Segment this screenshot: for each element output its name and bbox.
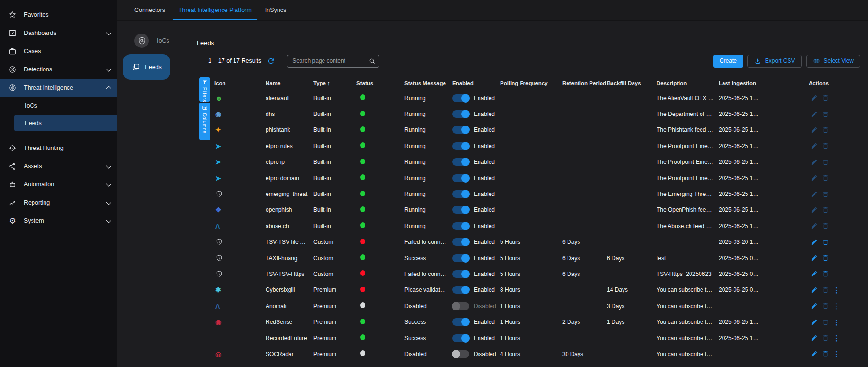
tab-threat-intelligence-platform[interactable]: Threat Intelligence Platform bbox=[172, 0, 258, 20]
column-header-actions[interactable]: Actions bbox=[809, 80, 861, 86]
enabled-cell: Disabled bbox=[452, 302, 500, 310]
delete-icon[interactable] bbox=[822, 302, 829, 310]
edit-icon[interactable] bbox=[811, 319, 818, 326]
delete-icon[interactable] bbox=[822, 191, 829, 198]
edit-icon[interactable] bbox=[811, 159, 818, 166]
edit-icon[interactable] bbox=[811, 191, 818, 198]
edit-icon[interactable] bbox=[811, 206, 818, 214]
edit-icon[interactable] bbox=[811, 350, 818, 357]
enabled-toggle[interactable] bbox=[452, 174, 469, 182]
column-header-last-ingestion[interactable]: Last Ingestion bbox=[719, 80, 809, 86]
enabled-toggle[interactable] bbox=[452, 350, 469, 358]
more-options-icon[interactable]: ⋮ bbox=[833, 334, 840, 342]
enabled-toggle[interactable] bbox=[452, 286, 469, 294]
enabled-toggle[interactable] bbox=[452, 334, 469, 342]
edit-icon[interactable] bbox=[811, 302, 818, 310]
column-header-enabled[interactable]: Enabled bbox=[452, 80, 500, 86]
sidebar-item-iocs[interactable]: IoCs bbox=[0, 97, 117, 115]
column-header-name[interactable]: Name bbox=[266, 80, 313, 86]
column-header-polling-frequency[interactable]: Polling Frequency bbox=[500, 80, 562, 86]
edit-icon[interactable] bbox=[811, 142, 818, 149]
description: The Proofpoint Eme… bbox=[657, 159, 719, 165]
edit-icon[interactable] bbox=[811, 174, 818, 182]
feeds-button[interactable]: Feeds bbox=[123, 54, 170, 80]
more-options-icon[interactable]: ⋮ bbox=[833, 302, 840, 310]
edit-icon[interactable] bbox=[811, 94, 818, 102]
export-csv-button[interactable]: Export CSV bbox=[747, 55, 802, 68]
column-header-icon[interactable]: Icon bbox=[214, 80, 266, 86]
enabled-toggle[interactable] bbox=[452, 110, 469, 118]
enabled-toggle[interactable] bbox=[452, 142, 469, 150]
column-header-status[interactable]: Status bbox=[356, 80, 404, 86]
sidebar-item-cases[interactable]: Cases bbox=[0, 42, 117, 60]
delete-icon[interactable] bbox=[822, 222, 829, 229]
tab-insyncs[interactable]: InSyncs bbox=[258, 0, 293, 20]
status-message: Running bbox=[404, 175, 452, 182]
sidebar-item-threat-intelligence[interactable]: Threat Intelligence bbox=[0, 79, 117, 97]
delete-icon[interactable] bbox=[822, 142, 829, 149]
edit-icon[interactable] bbox=[811, 287, 818, 294]
delete-icon[interactable] bbox=[822, 287, 829, 294]
search-input[interactable] bbox=[291, 57, 368, 65]
iocs-button[interactable]: IoCs bbox=[134, 34, 169, 48]
edit-icon[interactable] bbox=[811, 254, 818, 262]
enabled-toggle[interactable] bbox=[452, 270, 469, 278]
sidebar-item-reporting[interactable]: Reporting bbox=[0, 194, 117, 212]
sidebar-item-system[interactable]: ⚙System bbox=[0, 212, 117, 230]
sidebar-item-threat-hunting[interactable]: Threat Hunting bbox=[0, 139, 117, 157]
edit-icon[interactable] bbox=[811, 270, 818, 277]
sort-ascending-icon: ↑ bbox=[327, 80, 330, 86]
enabled-toggle[interactable] bbox=[452, 238, 469, 246]
sidebar-item-favorites[interactable]: Favorites bbox=[0, 6, 117, 24]
column-header-description[interactable]: Description bbox=[657, 80, 719, 86]
delete-icon[interactable] bbox=[822, 270, 829, 277]
enabled-toggle[interactable] bbox=[452, 222, 469, 230]
column-header-status-message[interactable]: Status Message bbox=[404, 80, 452, 86]
more-options-icon[interactable]: ⋮ bbox=[833, 287, 840, 294]
status-message: Running bbox=[404, 126, 452, 133]
delete-icon[interactable] bbox=[822, 174, 829, 182]
delete-icon[interactable] bbox=[822, 94, 829, 102]
dashboard-icon bbox=[7, 29, 18, 37]
sidebar-item-feeds[interactable]: Feeds bbox=[14, 115, 117, 131]
sidebar-item-automation[interactable]: Automation bbox=[0, 175, 117, 194]
feed-name: emerging_threat bbox=[266, 191, 313, 197]
delete-icon[interactable] bbox=[822, 239, 829, 246]
enabled-toggle[interactable] bbox=[452, 318, 469, 326]
enabled-toggle[interactable] bbox=[452, 254, 469, 262]
delete-icon[interactable] bbox=[822, 126, 829, 134]
column-header-retention-period[interactable]: Retention Period bbox=[562, 80, 607, 86]
sidebar-item-assets[interactable]: Assets bbox=[0, 157, 117, 175]
edit-icon[interactable] bbox=[811, 239, 818, 246]
edit-icon[interactable] bbox=[811, 334, 818, 342]
delete-icon[interactable] bbox=[822, 206, 829, 214]
filters-button[interactable]: Filters bbox=[199, 77, 210, 102]
create-button[interactable]: Create bbox=[713, 55, 743, 68]
delete-icon[interactable] bbox=[822, 159, 829, 166]
enabled-toggle[interactable] bbox=[452, 302, 469, 310]
column-header-backfill-days[interactable]: Backfill Days bbox=[607, 80, 657, 86]
sidebar-item-dashboards[interactable]: Dashboards bbox=[0, 24, 117, 42]
select-view-button[interactable]: Select View bbox=[806, 55, 860, 68]
enabled-toggle[interactable] bbox=[452, 206, 469, 214]
edit-icon[interactable] bbox=[811, 126, 818, 134]
enabled-toggle[interactable] bbox=[452, 190, 469, 198]
delete-icon[interactable] bbox=[822, 350, 829, 357]
column-header-label: Icon bbox=[214, 80, 226, 86]
edit-icon[interactable] bbox=[811, 111, 818, 118]
delete-icon[interactable] bbox=[822, 334, 829, 342]
enabled-toggle[interactable] bbox=[452, 126, 469, 134]
delete-icon[interactable] bbox=[822, 111, 829, 118]
column-header-type[interactable]: Type↑ bbox=[313, 80, 356, 86]
more-options-icon[interactable]: ⋮ bbox=[833, 319, 840, 326]
delete-icon[interactable] bbox=[822, 319, 829, 326]
columns-button[interactable]: Columns bbox=[199, 103, 210, 140]
delete-icon[interactable] bbox=[822, 254, 829, 262]
more-options-icon[interactable]: ⋮ bbox=[833, 350, 840, 357]
enabled-toggle[interactable] bbox=[452, 94, 469, 102]
refresh-icon[interactable] bbox=[267, 57, 275, 65]
edit-icon[interactable] bbox=[811, 222, 818, 229]
enabled-toggle[interactable] bbox=[452, 158, 469, 166]
sidebar-item-detections[interactable]: Detections bbox=[0, 60, 117, 79]
tab-connectors[interactable]: Connectors bbox=[128, 0, 172, 20]
